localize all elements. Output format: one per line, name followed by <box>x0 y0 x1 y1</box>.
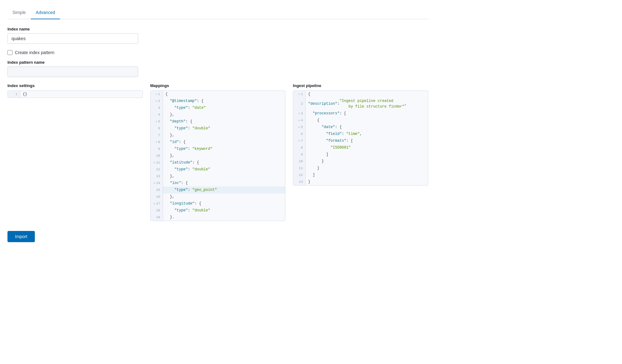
page-container: Simple Advanced Index name Create index … <box>0 0 436 255</box>
index-name-label: Index name <box>7 27 428 31</box>
line-content: "id": { <box>163 139 285 145</box>
tab-advanced[interactable]: Advanced <box>31 6 60 19</box>
line-number: ▾8 <box>151 139 163 145</box>
tab-simple[interactable]: Simple <box>7 6 31 19</box>
line-number: 4 <box>151 111 163 118</box>
code-line: 7 }, <box>151 132 285 139</box>
line-content: ] <box>306 172 428 178</box>
line-number: 2 <box>293 98 306 110</box>
line-content: { <box>306 117 428 124</box>
code-line: 9 "type": "keyword" <box>151 145 285 152</box>
line-number: 1 <box>8 91 20 98</box>
index-pattern-name-group: Index pattern name <box>7 60 428 77</box>
line-content: "field": "time", <box>306 131 428 137</box>
code-line: 19 }. <box>151 214 285 221</box>
line-number: ▾3 <box>293 110 306 117</box>
line-number: 6 <box>293 131 306 137</box>
index-settings-editor[interactable]: 1 {} <box>7 90 143 98</box>
code-line: ▾5 "date": { <box>293 124 428 131</box>
line-content: ] <box>306 151 428 158</box>
code-line: ▾3 "processors": [ <box>293 110 428 117</box>
code-line: 2 "description": "Ingest pipeline create… <box>293 98 428 110</box>
code-line: 8 "ISO8601" <box>293 144 428 151</box>
ingest-pipeline-title: Ingest pipeline <box>293 83 428 88</box>
line-number: 16 <box>151 193 163 200</box>
line-number: ▾4 <box>293 117 306 124</box>
editors-section: Index settings 1 {} Mappings ▾1 { ▾2 "@t… <box>7 83 428 221</box>
code-line: ▾14 "loc": { <box>151 180 285 187</box>
line-number: ▾7 <box>293 137 306 144</box>
index-settings-title: Index settings <box>7 83 143 88</box>
create-index-pattern-checkbox[interactable] <box>7 50 12 55</box>
code-line: 11 } <box>293 165 428 172</box>
code-line: ▾7 "formats": [ <box>293 137 428 144</box>
line-number: 11 <box>293 165 306 172</box>
line-number: 3 <box>151 104 163 111</box>
line-number: ▾2 <box>151 98 163 104</box>
line-content: "type": "double" <box>163 125 285 132</box>
line-number: 13 <box>293 178 306 185</box>
index-pattern-name-input[interactable] <box>7 67 138 77</box>
mappings-title: Mappings <box>150 83 286 88</box>
line-content: }. <box>163 214 285 221</box>
line-number: ▾1 <box>151 91 163 98</box>
index-pattern-name-label: Index pattern name <box>7 60 428 65</box>
ingest-pipeline-editor[interactable]: ▾1 { 2 "description": "Ingest pipeline c… <box>293 90 428 186</box>
code-line: ▾1 { <box>293 91 428 98</box>
code-line: 3 "type": "date" <box>151 104 285 111</box>
code-line: 4 }, <box>151 111 285 118</box>
code-line: 10 }, <box>151 152 285 159</box>
create-index-pattern-label[interactable]: Create index pattern <box>15 50 54 55</box>
code-line: 13 } <box>293 178 428 185</box>
line-content: }, <box>163 193 285 200</box>
line-content: "latitude": { <box>163 159 285 166</box>
line-number: 7 <box>151 132 163 139</box>
line-number: 19 <box>151 214 163 221</box>
line-content: }, <box>163 111 285 118</box>
code-line: 10 } <box>293 158 428 165</box>
line-number: 18 <box>151 207 163 214</box>
line-content: "type": "date" <box>163 104 285 111</box>
code-line: 6 "field": "time", <box>293 131 428 137</box>
index-name-input[interactable] <box>7 33 138 44</box>
index-settings-panel: Index settings 1 {} <box>7 83 143 221</box>
import-button[interactable]: Import <box>7 231 35 242</box>
code-line: 13 }, <box>151 173 285 180</box>
ingest-pipeline-panel: Ingest pipeline ▾1 { 2 "description": "I… <box>293 83 428 221</box>
code-line: 1 {} <box>8 91 143 98</box>
code-line: ▾4 { <box>293 117 428 124</box>
line-content: "depth": { <box>163 118 285 125</box>
line-content: }, <box>163 173 285 180</box>
line-content: "processors": [ <box>306 110 428 117</box>
line-number: ▾5 <box>151 118 163 125</box>
index-name-group: Index name <box>7 27 428 44</box>
line-content: "type": "double" <box>163 166 285 173</box>
line-number: 12 <box>293 172 306 178</box>
line-content: "formats": [ <box>306 137 428 144</box>
line-content: "type": "keyword" <box>163 145 285 152</box>
line-number: ▾14 <box>151 180 163 187</box>
line-content: "type": "double" <box>163 207 285 214</box>
code-line: ▾17 "longitude": { <box>151 200 285 207</box>
line-content: "@timestamp": { <box>163 98 285 104</box>
line-content: { <box>306 91 428 98</box>
code-line: 12 "type": "double" <box>151 166 285 173</box>
code-line: ▾1 { <box>151 91 285 98</box>
code-line: ▾8 "id": { <box>151 139 285 145</box>
line-content: } <box>306 165 428 172</box>
line-content: "ISO8601" <box>306 144 428 151</box>
create-index-pattern-row: Create index pattern <box>7 50 428 55</box>
line-number: 6 <box>151 125 163 132</box>
line-number: 10 <box>293 158 306 165</box>
line-number: 9 <box>293 151 306 158</box>
line-content: } <box>306 158 428 165</box>
code-line: 6 "type": "double" <box>151 125 285 132</box>
line-number: ▾17 <box>151 200 163 207</box>
code-line: ▾2 "@timestamp": { <box>151 98 285 104</box>
line-number: ▾11 <box>151 159 163 166</box>
code-line-highlighted: 15 "type": "geo_point" <box>151 187 285 193</box>
line-content: }, <box>163 152 285 159</box>
mappings-panel: Mappings ▾1 { ▾2 "@timestamp": { 3 "type… <box>150 83 286 221</box>
mappings-editor[interactable]: ▾1 { ▾2 "@timestamp": { 3 "type": "date"… <box>150 90 286 221</box>
line-number: 12 <box>151 166 163 173</box>
